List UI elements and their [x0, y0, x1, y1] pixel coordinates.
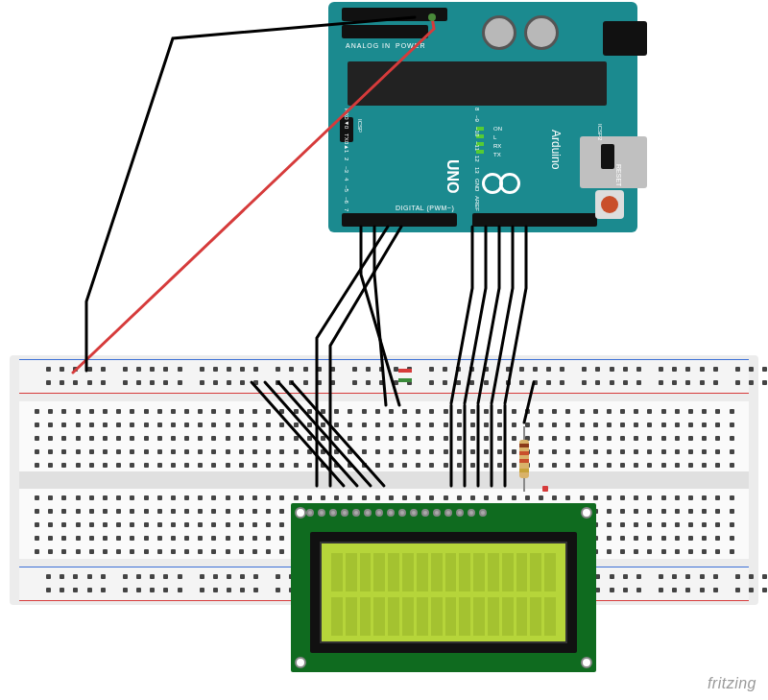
breadboard-top-rail [19, 359, 749, 394]
breadboard-marker-dot [542, 486, 548, 492]
diagram-canvas: ICSP ICSP2 RESET ANALOG IN POWER DIGITAL… [0, 0, 768, 700]
reset-label: RESET [615, 164, 622, 186]
breadboard-divider [19, 471, 749, 489]
credit-label: fritzing [708, 675, 756, 692]
led-labels: ON L RX TX [493, 125, 502, 159]
lcd-panel [320, 542, 567, 643]
analog-section-label: ANALOG IN [346, 42, 391, 49]
lcd-bezel [310, 532, 577, 653]
icsp-label-2: ICSP2 [597, 124, 603, 140]
brand-label: Arduino [549, 130, 563, 169]
digital-section-label: DIGITAL (PWM~) [396, 205, 454, 211]
power-section-label: POWER [396, 42, 425, 49]
capacitors [482, 15, 559, 50]
arduino-board: ICSP ICSP2 RESET ANALOG IN POWER DIGITAL… [328, 2, 637, 232]
digital-header-a [342, 213, 457, 227]
resistor [519, 426, 529, 492]
icsp-label-1: ICSP [357, 119, 363, 133]
lcd-pin-row [306, 509, 487, 517]
arduino-logo-icon [482, 173, 520, 194]
digital-pins-a: RX0◄0TX0►12~34~5~67 [344, 109, 349, 211]
digital-header-b [472, 213, 597, 227]
power-header [342, 25, 428, 38]
atmega-chip [348, 61, 607, 106]
lcd-16x2 [291, 503, 596, 672]
icsp-header-2 [601, 144, 614, 169]
jumper-green-short [398, 378, 412, 382]
analog-header [342, 8, 447, 21]
model-label: UNO [444, 159, 461, 194]
barrel-jack [603, 21, 647, 56]
reset-button[interactable] [595, 190, 624, 219]
digital-pins-b: 8~9~10~111213GNDAREF [474, 108, 480, 211]
jumper-red-short [398, 369, 412, 373]
